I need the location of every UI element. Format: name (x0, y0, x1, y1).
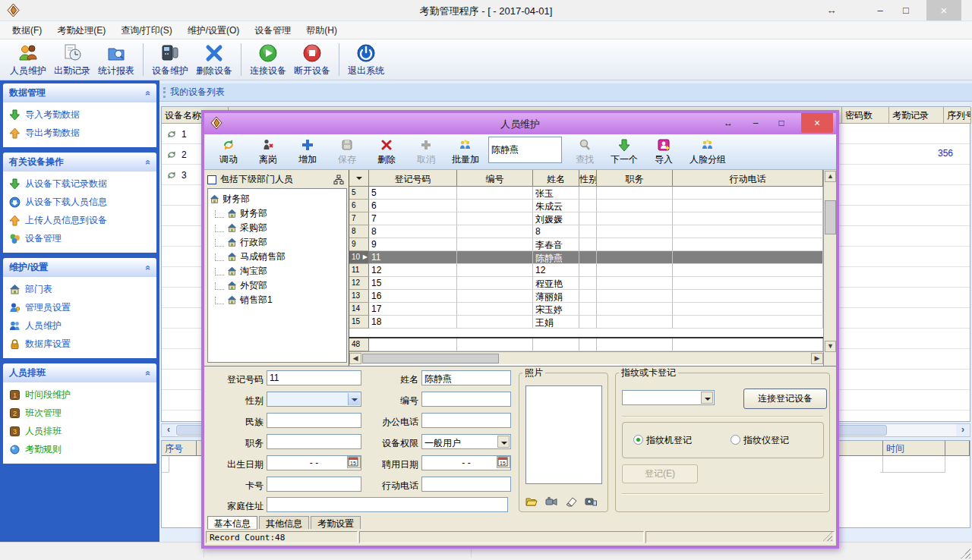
fp-device-select[interactable] (622, 390, 715, 405)
tree-item[interactable]: 采购部 (210, 221, 345, 235)
tab-other-info[interactable]: 其他信息 (259, 516, 309, 529)
dialog-resize-icon[interactable]: ↔ (718, 113, 739, 133)
fp-reader-radio[interactable]: 指纹仪登记 (731, 434, 789, 447)
card-no-field[interactable] (267, 477, 361, 492)
grid-row[interactable]: 66朱成云 (349, 200, 823, 212)
tree-item[interactable]: 马成销售部 (210, 250, 345, 264)
calendar-icon[interactable]: 15 (497, 456, 510, 468)
dialog-maximize-button[interactable]: □ (771, 113, 792, 133)
section-header[interactable]: 有关设备操作» (3, 153, 156, 171)
grid-row[interactable]: 1417宋玉婷 (349, 303, 823, 316)
sidebar-item-schedule[interactable]: 3人员排班 (9, 425, 153, 438)
grid-row[interactable]: 1316薄丽娟 (349, 290, 823, 303)
video-camera-icon[interactable] (545, 496, 557, 507)
scroll-up-icon[interactable]: ▲ (825, 171, 836, 182)
scroll-left-icon[interactable]: ◀ (349, 353, 361, 364)
search-input[interactable] (488, 137, 562, 163)
scroll-right-icon[interactable]: › (956, 424, 970, 436)
tree-root-finance[interactable]: 财务部 (210, 192, 345, 206)
connect-device-button[interactable]: 连接登记设备 (743, 389, 827, 409)
device-maintain-button[interactable]: 设备维护 (148, 39, 192, 80)
personnel-button[interactable]: 人员维护 (6, 39, 50, 80)
section-header[interactable]: 数据管理» (3, 83, 156, 102)
reg-id-field[interactable]: 11 (267, 370, 361, 385)
tree-item[interactable]: 行政部 (210, 235, 345, 250)
grid-footer-row[interactable]: 48 (349, 338, 823, 351)
menu-maintain[interactable]: 维护/设置(O) (180, 22, 248, 39)
tree-item[interactable]: 销售部1 (210, 293, 345, 307)
scroll-down-icon[interactable]: ▼ (825, 341, 836, 352)
import-button[interactable]: 导入 (644, 134, 683, 169)
close-button[interactable]: × (926, 0, 961, 20)
open-folder-icon[interactable] (525, 496, 538, 507)
grid-row[interactable]: 1518王娟 (349, 316, 823, 329)
sidebar-item-download-users[interactable]: 从设备下载人员信息 (9, 196, 153, 209)
code-field[interactable] (421, 392, 511, 407)
menu-data[interactable]: 数据(F) (5, 22, 49, 39)
batch-add-button[interactable]: 批量加 (446, 134, 485, 169)
tree-item[interactable]: 财务部 (210, 206, 345, 221)
device-priv-select[interactable]: 一般用户 (421, 434, 511, 449)
transfer-button[interactable]: 调动 (209, 134, 248, 169)
eraser-icon[interactable] (565, 496, 577, 507)
selector-dropdown-button[interactable] (349, 170, 369, 187)
report-button[interactable]: 统计报表 (94, 39, 138, 80)
delete-button[interactable]: 删除 (367, 134, 406, 169)
exit-button[interactable]: 退出系统 (344, 39, 388, 80)
menu-help[interactable]: 帮助(H) (298, 22, 345, 39)
sidebar-item-timeslot[interactable]: 1时间段维护 (9, 389, 153, 401)
org-chart-icon[interactable] (333, 175, 344, 185)
grid-row[interactable]: 111212 (349, 264, 823, 277)
maximize-button[interactable]: □ (895, 0, 917, 20)
grid-vertical-scrollbar[interactable]: ▲ ▼ (823, 170, 836, 366)
sidebar-item-download-records[interactable]: 从设备下载记录数据 (9, 178, 153, 190)
grid-row[interactable]: 55张玉 (349, 187, 823, 200)
scrollbar-thumb[interactable] (825, 200, 836, 234)
next-button[interactable]: 下一个 (604, 134, 644, 169)
sidebar-item-shifts[interactable]: 2班次管理 (9, 407, 153, 420)
sex-select[interactable] (267, 392, 361, 407)
grid-horizontal-scrollbar[interactable]: ◀▶ (349, 351, 823, 364)
chevron-down-icon[interactable] (497, 436, 510, 448)
menu-device[interactable]: 设备管理 (247, 22, 298, 39)
sidebar-item-rules[interactable]: 考勤规则 (9, 443, 153, 456)
face-group-button[interactable]: 人脸分组 (683, 134, 732, 169)
scroll-left-icon[interactable]: ‹ (162, 424, 175, 436)
camera-save-icon[interactable] (585, 496, 597, 507)
delete-device-button[interactable]: 删除设备 (192, 39, 236, 80)
office-phone-field[interactable] (421, 413, 511, 428)
scroll-right-icon[interactable]: ▶ (811, 353, 823, 364)
tab-attendance-settings[interactable]: 考勤设置 (311, 516, 361, 529)
sidebar-item-export-data[interactable]: 导出考勤数据 (9, 127, 153, 140)
resize-grip[interactable] (961, 549, 970, 558)
dialog-minimize-button[interactable]: – (745, 113, 766, 133)
include-sub-checkbox[interactable] (207, 175, 216, 184)
sidebar-item-departments[interactable]: 部门表 (9, 283, 153, 296)
section-header[interactable]: 人员排班» (3, 363, 156, 382)
sidebar-item-admin-settings[interactable]: 管理员设置 (9, 301, 153, 314)
resize-grip[interactable] (822, 531, 832, 541)
tree-item[interactable]: 淘宝部 (210, 264, 345, 278)
tab-basic-info[interactable]: 基本信息 (207, 516, 257, 529)
grid-row[interactable]: 77刘媛媛 (349, 212, 823, 225)
grid-row-selected[interactable]: 1011陈静燕 (349, 251, 823, 264)
resize-icon[interactable]: ↔ (820, 0, 843, 20)
add-button[interactable]: 增加 (288, 134, 327, 169)
grid-row[interactable]: 1215程亚艳 (349, 277, 823, 290)
scrollbar-thumb[interactable] (362, 354, 499, 363)
home-address-field[interactable] (267, 497, 508, 512)
ethnicity-field[interactable] (267, 413, 361, 428)
sidebar-item-personnel[interactable]: 人员维护 (9, 319, 153, 332)
mobile-phone-field[interactable] (421, 477, 511, 492)
disconnect-device-button[interactable]: 断开设备 (290, 39, 334, 80)
tree-item[interactable]: 外贸部 (210, 278, 345, 293)
grid-row[interactable]: 99李春音 (349, 238, 823, 251)
calendar-icon[interactable]: 15 (347, 456, 361, 468)
sidebar-item-database[interactable]: 数据库设置 (9, 338, 153, 351)
device-list-tab[interactable]: 我的设备列表 (170, 86, 225, 99)
attendance-record-button[interactable]: 出勤记录 (50, 39, 94, 80)
leave-post-button[interactable]: 离岗 (248, 134, 288, 169)
duty-field[interactable] (267, 434, 361, 449)
fp-machine-radio[interactable]: 指纹机登记 (633, 434, 692, 447)
connect-device-button[interactable]: 连接设备 (246, 39, 290, 80)
